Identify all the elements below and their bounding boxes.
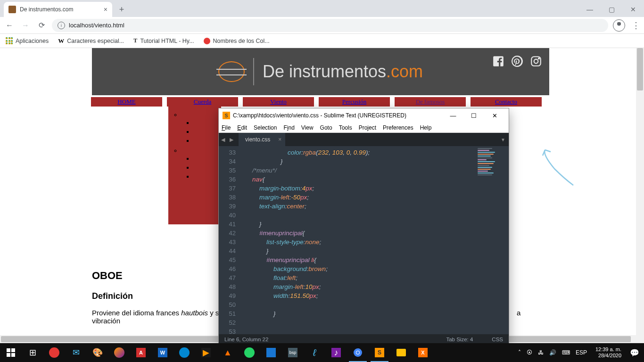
maximize-icon[interactable]: ☐ — [463, 109, 484, 122]
sublime-titlebar[interactable]: S C:\xampp\htdocs\viento\viento.css - Su… — [219, 108, 509, 123]
instagram-icon[interactable] — [529, 55, 543, 68]
minimize-icon[interactable]: — — [443, 109, 463, 122]
site-header: De instrumentos.com — [92, 48, 549, 95]
status-tabsize[interactable]: Tab Size: 4 — [446, 337, 473, 342]
music-icon[interactable]: ♪ — [325, 343, 347, 362]
notifications-icon[interactable]: 💬 — [625, 343, 644, 362]
taskview-icon[interactable]: ⊞ — [22, 343, 43, 362]
network-icon[interactable]: 🖧 — [538, 349, 544, 356]
close-tab-icon[interactable]: × — [278, 136, 281, 143]
facebook-icon[interactable] — [492, 55, 505, 68]
logo-icon — [218, 61, 245, 82]
system-tray[interactable]: ˄ ⦿ 🖧 🔊 ⌨ ESP — [513, 349, 592, 356]
language-indicator[interactable]: ESP — [576, 349, 587, 356]
reload-button[interactable]: ⟳ — [36, 20, 47, 31]
nav-cuerda[interactable]: Cuerda — [167, 97, 238, 107]
volume-icon[interactable]: 🔊 — [549, 349, 556, 356]
menu-find[interactable]: Find — [283, 124, 294, 131]
media-icon[interactable]: ▶ — [195, 343, 217, 362]
address-bar[interactable]: i localhost/viento.html — [52, 19, 608, 32]
menu-help[interactable]: Help — [420, 124, 432, 131]
menu-preferences[interactable]: Preferences — [383, 124, 413, 131]
app-icon[interactable]: ℓ — [304, 343, 325, 362]
apps-button[interactable]: Aplicaciones — [6, 37, 49, 44]
bookmark-item[interactable]: Nombres de los Col... — [204, 38, 270, 44]
close-window-icon[interactable]: ✕ — [622, 2, 644, 17]
mail-icon[interactable]: ✉ — [65, 343, 87, 362]
profile-icon[interactable] — [613, 19, 625, 32]
sublime-tabbar: ◀ ▶ viento.css× ▼ — [219, 133, 509, 146]
tab-dropdown-icon[interactable]: ▼ — [497, 133, 509, 146]
url-text: localhost/viento.html — [69, 22, 124, 29]
nav-famosos[interactable]: De famosos — [395, 97, 466, 107]
sublime-menubar: File Edit Selection Find View Goto Tools… — [219, 123, 509, 133]
start-button[interactable] — [0, 343, 22, 362]
window-controls: — ▢ ✕ — [579, 2, 644, 17]
menu-file[interactable]: File — [222, 124, 231, 131]
back-button[interactable]: ← — [4, 20, 15, 31]
forward-button[interactable]: → — [20, 20, 31, 31]
vertical-scrollbar[interactable] — [636, 48, 644, 343]
new-tab-button[interactable]: + — [115, 3, 128, 16]
chevron-up-icon[interactable]: ˄ — [518, 349, 521, 356]
edge-icon[interactable] — [173, 343, 195, 362]
menu-selection[interactable]: Selection — [254, 124, 277, 131]
location-icon[interactable]: ⦿ — [527, 349, 532, 356]
menu-goto[interactable]: Goto — [320, 124, 332, 131]
w-icon: W — [58, 37, 64, 45]
editor[interactable]: 3334353637383940414243444546474849505152… — [219, 146, 509, 334]
minimize-icon[interactable]: — — [579, 2, 601, 17]
close-icon[interactable]: × — [104, 6, 107, 13]
line-gutter: 3334353637383940414243444546474849505152… — [219, 146, 239, 334]
tab-title: De instrumentos.com — [20, 6, 73, 13]
menu-icon[interactable]: ⋮ — [632, 20, 640, 31]
close-icon[interactable]: ✕ — [484, 109, 505, 122]
site-info-icon[interactable]: i — [58, 22, 65, 29]
menu-edit[interactable]: Edit — [237, 124, 247, 131]
menu-view[interactable]: View — [301, 124, 314, 131]
pinterest-icon[interactable] — [511, 55, 524, 68]
menu-tools[interactable]: Tools — [339, 124, 352, 131]
t-icon: T — [133, 37, 137, 44]
adobe-icon[interactable]: A — [130, 343, 152, 362]
clock[interactable]: 12:39 a. m. 28/4/2020 — [592, 346, 625, 359]
maximize-icon[interactable]: ▢ — [601, 2, 622, 17]
sublime-taskbar-icon[interactable]: S — [369, 343, 390, 362]
app-icon[interactable] — [260, 343, 282, 362]
minimap[interactable] — [476, 146, 509, 334]
nav-home[interactable]: HOME — [91, 97, 162, 107]
taskbar: ⊞ ✉ 🎨 A W ▶ ▲ bsp ℓ ♪ S X ˄ ⦿ 🖧 🔊 ⌨ ESP … — [0, 343, 644, 362]
app-icon[interactable]: bsp — [282, 343, 304, 362]
explorer-icon[interactable] — [390, 343, 412, 362]
word-icon[interactable]: W — [152, 343, 173, 362]
bookmark-item[interactable]: TTutorial HTML - Hy... — [133, 37, 194, 44]
divider — [253, 58, 254, 85]
status-cursor[interactable]: Line 6, Column 22 — [224, 337, 268, 342]
status-syntax[interactable]: CSS — [492, 337, 503, 342]
sublime-title: C:\xampp\htdocs\viento\viento.css - Subl… — [233, 112, 406, 119]
opera-icon[interactable] — [43, 343, 65, 362]
svg-rect-5 — [11, 348, 15, 352]
menu-project[interactable]: Project — [359, 124, 376, 131]
bookmark-item[interactable]: WCaracteres especial... — [58, 37, 124, 45]
tab-prev-icon[interactable]: ◀ — [219, 133, 227, 146]
whatsapp-icon[interactable] — [239, 343, 260, 362]
bookmarks-bar: Aplicaciones WCaracteres especial... TTu… — [0, 34, 644, 48]
site-title: De instrumentos.com — [263, 62, 423, 82]
firefox-icon[interactable] — [108, 343, 130, 362]
nav-percusion[interactable]: Percusión — [319, 97, 390, 107]
file-tab[interactable]: viento.css× — [239, 133, 285, 146]
list-item — [182, 146, 221, 182]
keyboard-icon[interactable]: ⌨ — [562, 349, 570, 356]
svg-point-10 — [356, 351, 359, 354]
browser-tab[interactable]: De instrumentos.com × — [4, 2, 112, 17]
paint-icon[interactable]: 🎨 — [87, 343, 108, 362]
tab-next-icon[interactable]: ▶ — [227, 133, 236, 146]
xampp-icon[interactable]: X — [412, 343, 434, 362]
vlc-icon[interactable]: ▲ — [217, 343, 239, 362]
code-area[interactable]: color:rgba(232, 103, 0, 0.99); } /*menu*… — [239, 146, 476, 334]
nav-contacto[interactable]: Contacto — [471, 97, 542, 107]
nav-viento[interactable]: Viento — [243, 97, 314, 107]
submenu — [168, 107, 221, 224]
chrome-icon[interactable] — [347, 343, 369, 362]
